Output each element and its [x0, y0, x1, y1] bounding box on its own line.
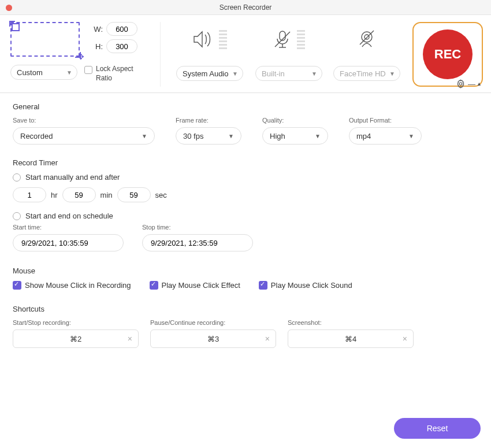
chevron-up-icon: ▲	[477, 81, 482, 87]
clear-shortcut-icon[interactable]: ×	[403, 334, 407, 343]
mouse-header: Mouse	[13, 266, 478, 275]
chevron-down-icon: ▼	[315, 133, 321, 139]
timer-sec-input[interactable]	[117, 187, 151, 202]
chevron-down-icon: ▼	[408, 133, 414, 139]
output-format-select[interactable]: mp4▼	[349, 127, 422, 145]
mouse-sound-checkbox[interactable]	[259, 281, 267, 290]
titlebar: Screen Recorder	[0, 0, 491, 15]
camera-source-select[interactable]: FaceTime HD ▼	[333, 66, 400, 81]
start-time-label: Start time:	[13, 224, 124, 231]
output-format-label: Output Format:	[349, 117, 436, 124]
output-format-value: mp4	[356, 132, 371, 140]
clear-shortcut-icon[interactable]: ×	[265, 334, 270, 343]
height-input[interactable]	[106, 39, 137, 53]
quality-label: Quality:	[262, 117, 349, 124]
reset-button[interactable]: Reset	[394, 418, 481, 439]
move-handle-icon[interactable]: ✥	[77, 52, 84, 61]
region-mode-value: Custom	[17, 68, 43, 77]
mic-source-value: Built-in	[262, 69, 285, 78]
gear-icon	[456, 79, 467, 89]
frame-rate-value: 30 fps	[183, 132, 203, 140]
timer-manual-label: Start manually and end after	[25, 173, 120, 182]
save-to-label: Save to:	[13, 117, 176, 124]
clear-shortcut-icon[interactable]: ×	[128, 334, 132, 343]
devices-panel: System Audio ▼ Built-in ▼	[161, 22, 483, 87]
save-to-select[interactable]: Recorded▼	[13, 127, 155, 145]
lock-aspect-label: Lock Aspect Ratio	[96, 65, 142, 83]
shortcut-pause-input[interactable]: ⌘3 ×	[150, 329, 276, 348]
shortcuts-header: Shortcuts	[13, 305, 478, 313]
chevron-down-icon: ▼	[66, 69, 72, 76]
lock-aspect-checkbox[interactable]	[84, 66, 92, 74]
capture-region[interactable]: ✥	[10, 22, 80, 57]
frame-rate-label: Frame rate:	[176, 117, 262, 124]
settings-line-icon: —	[468, 80, 475, 88]
timer-min-input[interactable]	[62, 187, 96, 202]
width-label: W:	[88, 25, 103, 34]
chevron-down-icon: ▼	[228, 133, 234, 139]
width-input[interactable]	[106, 22, 137, 36]
general-header: General	[13, 102, 478, 111]
shortcut-pause-value: ⌘3	[207, 335, 219, 343]
svg-point-5	[459, 83, 462, 86]
top-panel: ✥ W: H: Custom ▼ Lock Aspect Ratio	[0, 15, 491, 93]
timer-schedule-radio[interactable]	[13, 212, 21, 220]
audio-source-value: System Audio	[183, 69, 229, 78]
record-button-frame: REC	[412, 22, 483, 87]
timer-schedule-label: Start and end on schedule	[25, 212, 113, 220]
frame-rate-select[interactable]: 30 fps▼	[176, 127, 241, 145]
shortcut-screenshot-value: ⌘4	[345, 335, 356, 343]
stop-time-label: Stop time:	[142, 224, 253, 231]
chevron-down-icon: ▼	[232, 71, 238, 77]
region-column: ✥ W: H: Custom ▼ Lock Aspect Ratio	[10, 22, 161, 87]
chevron-down-icon: ▼	[311, 71, 317, 77]
mouse-effect-label: Play Mouse Click Effect	[162, 281, 240, 290]
mouse-show-click-checkbox[interactable]	[13, 281, 21, 290]
shortcut-screenshot-label: Screenshot:	[288, 319, 414, 326]
timer-hr-input[interactable]	[13, 187, 46, 202]
sec-unit: sec	[155, 191, 167, 199]
mic-source-select[interactable]: Built-in ▼	[255, 66, 322, 81]
settings-panel: General Save to: Recorded▼ Frame rate: 3…	[0, 93, 491, 348]
mouse-show-click-label: Show Mouse Click in Recording	[25, 281, 131, 290]
camera-off-icon	[357, 22, 377, 57]
camera-source-value: FaceTime HD	[340, 69, 386, 78]
min-unit: min	[101, 191, 113, 199]
audio-level-icon	[219, 30, 227, 49]
shortcut-startstop-input[interactable]: ⌘2 ×	[13, 329, 139, 348]
shortcut-startstop-label: Start/Stop recording:	[13, 319, 139, 326]
reset-label: Reset	[427, 424, 448, 433]
quality-value: High	[270, 132, 285, 140]
settings-toggle[interactable]: — ▲	[456, 79, 482, 89]
timer-manual-radio[interactable]	[13, 173, 21, 182]
hr-unit: hr	[51, 191, 58, 199]
shortcut-startstop-value: ⌘2	[70, 335, 81, 343]
speaker-icon	[192, 22, 227, 57]
height-label: H:	[88, 42, 103, 51]
chevron-down-icon: ▼	[142, 133, 147, 139]
audio-source-select[interactable]: System Audio ▼	[176, 66, 243, 81]
mic-level-icon	[297, 30, 305, 49]
svg-point-2	[362, 32, 372, 42]
timer-header: Record Timer	[13, 158, 478, 167]
mouse-effect-checkbox[interactable]	[150, 281, 158, 290]
chevron-down-icon: ▼	[389, 71, 395, 77]
region-mode-select[interactable]: Custom ▼	[10, 65, 77, 80]
stop-time-input[interactable]	[142, 234, 253, 251]
quality-select[interactable]: High▼	[262, 127, 328, 145]
record-label: REC	[434, 47, 461, 62]
svg-point-3	[364, 35, 369, 39]
mouse-sound-label: Play Mouse Click Sound	[271, 281, 352, 290]
record-button[interactable]: REC	[423, 29, 473, 79]
shortcut-pause-label: Pause/Continue recording:	[150, 319, 276, 326]
save-to-value: Recorded	[20, 132, 53, 140]
close-button[interactable]	[6, 5, 12, 11]
microphone-off-icon	[273, 22, 305, 57]
shortcut-screenshot-input[interactable]: ⌘4 ×	[288, 329, 414, 348]
start-time-input[interactable]	[13, 234, 124, 251]
window-title: Screen Recorder	[220, 3, 272, 12]
